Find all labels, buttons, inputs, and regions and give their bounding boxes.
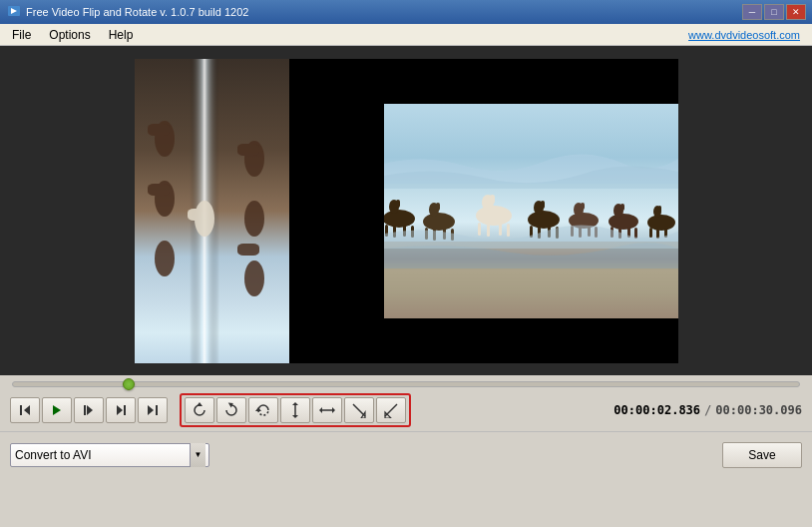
seek-bar[interactable] <box>12 381 800 387</box>
right-panel-container <box>289 59 678 363</box>
skip-start-icon <box>83 404 95 416</box>
window-controls: ─ □ ✕ <box>742 4 806 20</box>
rotate-180-icon <box>255 402 271 418</box>
flip-vertical-button[interactable] <box>280 397 310 423</box>
svg-point-32 <box>476 206 512 226</box>
title-bar: Free Video Flip and Rotate v. 1.0.7 buil… <box>0 0 812 24</box>
playback-row: 00:00:02.836 / 00:00:30.096 <box>10 393 802 427</box>
menu-options[interactable]: Options <box>41 26 98 44</box>
svg-rect-38 <box>507 224 510 237</box>
next-frame-icon <box>147 404 159 416</box>
svg-rect-13 <box>237 244 259 256</box>
svg-rect-15 <box>188 209 209 221</box>
svg-rect-41 <box>541 201 545 209</box>
video-right-panel <box>384 104 678 318</box>
svg-marker-80 <box>292 415 298 418</box>
svg-rect-64 <box>656 229 659 239</box>
rotate-ccw-icon <box>192 402 207 418</box>
skip-start-button[interactable] <box>74 397 104 423</box>
svg-point-39 <box>528 211 560 229</box>
skip-end-button[interactable] <box>106 397 136 423</box>
svg-rect-55 <box>620 204 624 211</box>
svg-rect-36 <box>487 224 490 237</box>
crop-icon <box>351 402 367 418</box>
time-display: 00:00:02.836 / 00:00:30.096 <box>613 403 802 417</box>
close-button[interactable]: ✕ <box>786 4 806 20</box>
transform-group <box>180 393 411 427</box>
svg-marker-79 <box>292 402 298 405</box>
skew-button[interactable] <box>376 397 406 423</box>
svg-marker-70 <box>87 405 93 415</box>
video-left-svg <box>135 59 289 363</box>
menu-items: File Options Help <box>4 26 141 44</box>
video-left-panel <box>135 59 289 363</box>
svg-point-6 <box>155 241 175 276</box>
menu-help[interactable]: Help <box>101 26 142 44</box>
seek-bar-container <box>10 381 802 387</box>
svg-marker-68 <box>53 405 61 415</box>
transport-buttons <box>10 397 168 423</box>
crop-button[interactable] <box>344 397 374 423</box>
flip-horizontal-button[interactable] <box>312 397 342 423</box>
svg-marker-73 <box>148 405 154 415</box>
format-select[interactable]: Convert to AVI Convert to MP4 Convert to… <box>10 443 209 467</box>
svg-rect-63 <box>649 228 652 238</box>
format-dropdown: Convert to AVI Convert to MP4 Convert to… <box>10 443 209 467</box>
svg-rect-48 <box>581 203 585 210</box>
svg-rect-72 <box>124 405 126 415</box>
svg-rect-37 <box>499 223 502 236</box>
next-frame-button[interactable] <box>138 397 168 423</box>
app-icon <box>6 4 22 20</box>
rotate-ccw-button[interactable] <box>185 397 214 423</box>
video-right-svg <box>384 104 678 318</box>
save-button[interactable]: Save <box>722 442 802 468</box>
svg-rect-74 <box>156 405 158 415</box>
menu-file[interactable]: File <box>4 26 39 44</box>
time-separator: / <box>704 403 711 417</box>
window-title: Free Video Flip and Rotate v. 1.0.7 buil… <box>26 6 742 18</box>
main-content <box>0 46 812 375</box>
play-button[interactable] <box>42 397 72 423</box>
svg-rect-20 <box>396 200 400 208</box>
svg-rect-35 <box>478 223 481 236</box>
skip-end-icon <box>115 404 127 416</box>
controls-area: 00:00:02.836 / 00:00:30.096 <box>0 375 812 431</box>
flip-vertical-icon <box>287 402 303 418</box>
svg-marker-82 <box>319 407 322 413</box>
svg-point-25 <box>423 213 455 231</box>
video-left-content <box>135 59 289 363</box>
maximize-button[interactable]: □ <box>764 4 784 20</box>
menu-bar: File Options Help www.dvdvideosoft.com <box>0 24 812 46</box>
svg-rect-62 <box>658 206 661 212</box>
svg-rect-12 <box>237 144 259 156</box>
svg-marker-77 <box>255 407 261 411</box>
minimize-button[interactable]: ─ <box>742 4 762 20</box>
svg-marker-66 <box>24 405 30 415</box>
website-link[interactable]: www.dvdvideosoft.com <box>688 29 808 41</box>
prev-frame-icon <box>19 404 31 416</box>
svg-point-8 <box>244 201 264 237</box>
svg-marker-75 <box>197 402 203 406</box>
svg-point-18 <box>384 210 415 228</box>
svg-rect-59 <box>634 228 637 239</box>
bottom-bar: Convert to AVI Convert to MP4 Convert to… <box>0 431 812 477</box>
svg-rect-27 <box>436 203 440 211</box>
svg-rect-67 <box>20 405 22 415</box>
rotate-180-button[interactable] <box>248 397 278 423</box>
time-current: 00:00:02.836 <box>613 403 700 417</box>
rotate-cw-button[interactable] <box>216 397 246 423</box>
svg-marker-71 <box>117 405 123 415</box>
prev-frame-button[interactable] <box>10 397 40 423</box>
dropdown-wrapper: Convert to AVI Convert to MP4 Convert to… <box>10 443 209 467</box>
flip-horizontal-icon <box>319 402 335 418</box>
rotate-cw-icon <box>223 402 239 418</box>
svg-marker-83 <box>332 407 335 413</box>
seek-thumb[interactable] <box>123 378 135 390</box>
svg-rect-11 <box>148 184 170 196</box>
time-total: 00:00:30.096 <box>715 403 802 417</box>
skew-icon <box>383 402 399 418</box>
svg-point-9 <box>244 261 264 296</box>
svg-rect-69 <box>84 405 86 415</box>
svg-rect-10 <box>148 124 170 136</box>
svg-rect-34 <box>490 195 495 204</box>
